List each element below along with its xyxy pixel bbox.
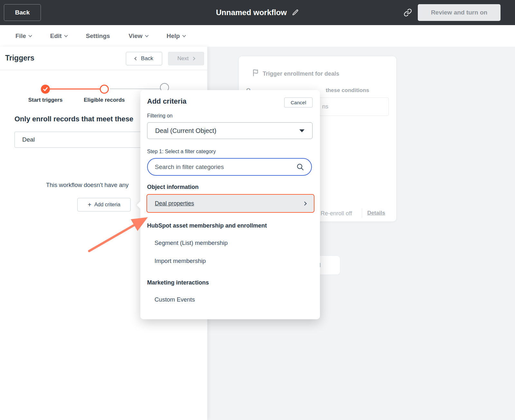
- menu-edit-label: Edit: [50, 33, 62, 40]
- filter-category-deal-properties[interactable]: Deal properties: [146, 194, 314, 213]
- menu-file-label: File: [15, 33, 26, 40]
- filtering-on-select[interactable]: Deal (Current Object): [147, 122, 313, 139]
- check-icon: [43, 87, 48, 91]
- chevron-down-icon: [64, 33, 68, 37]
- caret-down-icon: [299, 129, 304, 132]
- filter-category-segment-list-membership[interactable]: Segment (List) membership: [154, 239, 228, 247]
- triggers-panel-header: Triggers Back Next: [0, 47, 207, 70]
- top-app-bar: Back Unnamed workflow Review and turn on: [0, 0, 515, 25]
- step-start-triggers-label: Start triggers: [20, 97, 71, 103]
- menu-edit[interactable]: Edit: [50, 33, 67, 40]
- filter-category-custom-events[interactable]: Custom Events: [154, 296, 195, 303]
- filtering-on-label: Filtering on: [147, 113, 173, 119]
- chevron-left-icon: [134, 57, 138, 60]
- step-eligible-records[interactable]: [100, 85, 109, 94]
- add-criteria-label: Add criteria: [94, 202, 120, 208]
- menu-view-label: View: [129, 33, 143, 40]
- chevron-right-icon: [303, 201, 307, 206]
- chevron-down-icon: [182, 33, 186, 37]
- section-object-information: Object information: [147, 184, 199, 191]
- plus-icon: +: [88, 201, 91, 208]
- deal-properties-label: Deal properties: [155, 200, 194, 207]
- workflow-title: Unnamed workflow: [216, 8, 287, 17]
- menu-view[interactable]: View: [129, 33, 148, 40]
- edit-title-icon[interactable]: [292, 9, 299, 16]
- enroll-heading: Only enroll records that meet these: [14, 115, 133, 123]
- step-eligible-records-label: Eligible records: [79, 97, 130, 103]
- filter-category-import-membership[interactable]: Import membership: [154, 257, 206, 265]
- filter-search-field[interactable]: [147, 158, 312, 176]
- menu-bar: File Edit Settings View Help: [0, 25, 515, 47]
- menu-help[interactable]: Help: [167, 33, 185, 40]
- review-and-turn-on-button[interactable]: Review and turn on: [418, 4, 501, 21]
- panel-next-button[interactable]: Next: [168, 52, 204, 65]
- chevron-down-icon: [145, 33, 148, 37]
- panel-next-label: Next: [177, 55, 189, 62]
- panel-back-label: Back: [141, 55, 153, 62]
- enrollment-object-value: Deal: [22, 136, 35, 143]
- empty-triggers-text: This workflow doesn't have any: [46, 182, 129, 189]
- panel-title: Triggers: [5, 54, 34, 62]
- section-marketing-interactions: Marketing interactions: [147, 279, 209, 286]
- panel-back-button[interactable]: Back: [126, 52, 162, 65]
- section-hubspot-membership: HubSpot asset membership and enrollment: [147, 222, 267, 229]
- stepper-connector-complete: [50, 89, 100, 89]
- menu-file[interactable]: File: [15, 33, 32, 40]
- chevron-right-icon: [192, 57, 195, 60]
- filter-search-input[interactable]: [155, 163, 296, 171]
- stepper-connector-upcoming: [110, 89, 160, 89]
- search-icon: [296, 163, 304, 171]
- menu-help-label: Help: [167, 33, 180, 40]
- filtering-on-value: Deal (Current Object): [155, 127, 216, 135]
- menu-settings-label: Settings: [86, 33, 110, 40]
- add-criteria-button[interactable]: + Add criteria: [77, 198, 131, 211]
- filter-step-label: Step 1: Select a filter category: [147, 149, 216, 154]
- cancel-button[interactable]: Cancel: [284, 98, 313, 107]
- menu-settings[interactable]: Settings: [86, 33, 110, 40]
- chevron-down-icon: [28, 33, 32, 37]
- copy-link-icon[interactable]: [404, 8, 412, 17]
- add-criteria-modal: Add criteria Cancel Filtering on Deal (C…: [140, 90, 320, 319]
- modal-title: Add criteria: [147, 97, 186, 106]
- step-start-triggers[interactable]: [41, 85, 50, 94]
